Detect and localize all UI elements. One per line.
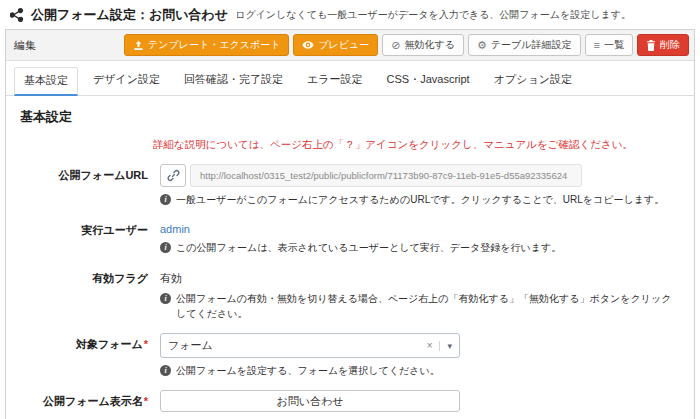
tab-confirm-complete-settings[interactable]: 回答確認・完了設定: [175, 67, 292, 95]
settings-tabs: 基本設定 デザイン設定 回答確認・完了設定 エラー設定 CSS・Javascri…: [6, 61, 694, 96]
target-form-info: 公開フォームを設定する、フォームを選択してください。: [176, 363, 440, 378]
run-user-info: この公開フォームは、表示されているユーザーとして実行、データ登録を行います。: [176, 240, 561, 255]
target-form-value: フォーム: [168, 338, 423, 353]
manual-notice: 詳細な説明については、ページ右上の「？」アイコンをクリックし、マニュアルをご確認…: [153, 138, 680, 152]
export-icon: [133, 40, 144, 51]
edit-mode-label: 編集: [11, 38, 36, 53]
main-frame: 編集 テンプレート・エクスポート プレビュー ⊘ 無効化する ⚙ テーブル詳細設…: [5, 29, 695, 419]
section-heading: 基本設定: [20, 108, 680, 126]
field-row-run-user: 実行ユーザー admin i この公開フォームは、表示されているユーザーとして実…: [20, 219, 680, 255]
disable-label: 無効化する: [405, 39, 455, 51]
info-icon: i: [160, 293, 171, 304]
table-settings-button[interactable]: ⚙ テーブル詳細設定: [468, 34, 581, 56]
clear-icon[interactable]: ×: [423, 340, 440, 351]
template-export-button[interactable]: テンプレート・エクスポート: [124, 34, 289, 56]
tab-error-settings[interactable]: エラー設定: [298, 67, 372, 95]
enabled-flag-info: 公開フォームの有効・無効を切り替える場合、ページ右上の「有効化する」「無効化する…: [176, 291, 680, 321]
field-row-public-form-url: 公開フォームURL http://localhost/0315_test2/pu…: [20, 164, 680, 207]
page-title: 公開フォーム設定：お問い合わせ: [31, 6, 228, 24]
toolbar-buttons: テンプレート・エクスポート プレビュー ⊘ 無効化する ⚙ テーブル詳細設定 ≡…: [124, 34, 689, 56]
trash-icon: [646, 40, 656, 51]
field-row-display-name: 公開フォーム表示名* i 画面に表示する名前を入力してください。: [20, 390, 680, 419]
target-form-label: 対象フォーム*: [20, 333, 160, 378]
page-header: 公開フォーム設定：お問い合わせ ログインしなくても一般ユーザーがデータを入力でき…: [0, 0, 700, 29]
share-icon: [10, 8, 24, 22]
tab-basic-settings[interactable]: 基本設定: [14, 67, 78, 96]
toolbar: 編集 テンプレート・エクスポート プレビュー ⊘ 無効化する ⚙ テーブル詳細設…: [6, 30, 694, 61]
run-user-label: 実行ユーザー: [20, 219, 160, 255]
link-icon: [167, 169, 180, 182]
delete-label: 削除: [660, 39, 680, 51]
enabled-flag-value: 有効: [160, 267, 182, 286]
disable-button[interactable]: ⊘ 無効化する: [382, 34, 464, 56]
table-settings-label: テーブル詳細設定: [491, 39, 572, 51]
list-icon: ≡: [594, 40, 600, 51]
tab-option-settings[interactable]: オプション設定: [485, 67, 581, 95]
ban-icon: ⊘: [391, 40, 400, 51]
info-icon: i: [160, 365, 171, 376]
public-form-url-info: 一般ユーザーがこのフォームにアクセスするためのURLです。クリックすることで、U…: [176, 192, 664, 207]
delete-button[interactable]: 削除: [637, 34, 689, 56]
tab-css-javascript[interactable]: CSS・Javascript: [378, 67, 479, 95]
target-form-select[interactable]: フォーム × ▾: [160, 333, 460, 358]
public-form-url-value[interactable]: http://localhost/0315_test2/public/publi…: [190, 164, 582, 187]
required-mark: *: [144, 395, 148, 407]
required-mark: *: [144, 338, 148, 350]
list-button[interactable]: ≡ 一覧: [585, 34, 633, 56]
chevron-down-icon[interactable]: ▾: [439, 341, 452, 351]
preview-label: プレビュー: [318, 39, 369, 51]
tab-design-settings[interactable]: デザイン設定: [84, 67, 169, 95]
page-subtitle: ログインしなくても一般ユーザーがデータを入力できる、公開フォームを設定します。: [235, 8, 631, 22]
display-name-label: 公開フォーム表示名*: [20, 390, 160, 419]
template-export-label: テンプレート・エクスポート: [148, 39, 280, 51]
basic-settings-panel: 基本設定 詳細な説明については、ページ右上の「？」アイコンをクリックし、マニュア…: [6, 96, 694, 419]
copy-url-button[interactable]: [160, 164, 186, 187]
gear-icon: ⚙: [477, 40, 487, 51]
enabled-flag-label: 有効フラグ: [20, 267, 160, 321]
target-form-label-text: 対象フォーム: [76, 338, 143, 350]
info-icon: i: [160, 242, 171, 253]
preview-button[interactable]: プレビュー: [293, 34, 378, 56]
display-name-input[interactable]: [160, 390, 460, 412]
public-form-url-label: 公開フォームURL: [20, 164, 160, 207]
list-label: 一覧: [604, 39, 624, 51]
run-user-value[interactable]: admin: [160, 219, 190, 235]
field-row-target-form: 対象フォーム* フォーム × ▾ i 公開フォームを設定する、フォームを選択して…: [20, 333, 680, 378]
info-icon: i: [160, 194, 171, 205]
preview-icon: [302, 39, 314, 51]
display-name-label-text: 公開フォーム表示名: [43, 395, 143, 407]
field-row-enabled-flag: 有効フラグ 有効 i 公開フォームの有効・無効を切り替える場合、ページ右上の「有…: [20, 267, 680, 321]
